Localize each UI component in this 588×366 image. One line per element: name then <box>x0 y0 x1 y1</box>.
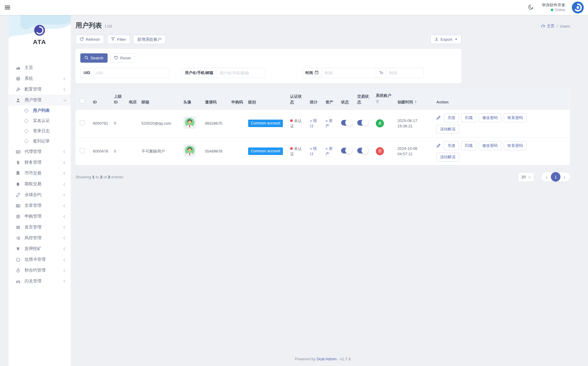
recharge-button[interactable]: 充值 <box>444 141 459 150</box>
status-toggle[interactable] <box>341 148 352 153</box>
recharge-button[interactable]: 充值 <box>444 113 459 122</box>
sidebar-item-finance[interactable]: $ 财务管理 <box>8 157 71 168</box>
breadcrumb: 主页 / Users <box>541 23 570 29</box>
chevron-left-icon <box>64 150 67 153</box>
attribution-button[interactable]: 归属 <box>461 141 476 150</box>
uid-input[interactable] <box>94 68 169 78</box>
sidebar-item-flash-exchange[interactable]: 闪兑管理 <box>8 276 71 287</box>
change-password-button[interactable]: 修改密码 <box>479 141 501 150</box>
export-button[interactable]: Export <box>430 35 462 44</box>
sidebar-item-perpetual[interactable]: 永续合约 <box>8 189 71 200</box>
cell-subscribe-code <box>229 109 246 137</box>
prev-page-button[interactable]: ‹ <box>542 174 551 180</box>
chevron-left-icon <box>64 172 67 175</box>
freeze-unfreeze-button[interactable]: 冻结解冻 <box>436 153 459 162</box>
col-header-invite-code: 邀请码 <box>203 89 229 109</box>
menu-toggle-button[interactable] <box>5 4 11 11</box>
freeze-unfreeze-button[interactable]: 冻结解冻 <box>436 125 459 134</box>
chevron-left-icon <box>64 258 67 261</box>
sidebar-item-system[interactable]: 系统 <box>8 73 71 84</box>
attribution-button[interactable]: 归属 <box>461 113 476 122</box>
assets-link[interactable]: » 资产 <box>325 146 333 156</box>
search-button[interactable]: Search <box>80 53 108 63</box>
current-page-button[interactable]: 1 <box>551 172 560 182</box>
stats-link[interactable]: » 统计 <box>310 146 317 156</box>
sidebar-item-realname-auth[interactable]: 实名认证 <box>8 116 71 126</box>
trade-status-toggle[interactable] <box>357 120 368 126</box>
cell-email: 520520@qq.com <box>139 109 181 137</box>
chevron-left-icon <box>64 161 67 164</box>
baht-icon: ฿ <box>15 182 21 186</box>
sidebar-item-user-management[interactable]: 用户管理 <box>8 95 71 106</box>
cell-subscribe-code <box>229 137 246 165</box>
col-header-phone: 电话 <box>126 89 139 109</box>
column-filter-icon[interactable] <box>376 100 393 105</box>
cell-parent-id: 0 <box>111 109 126 137</box>
sidebar-item-config[interactable]: 配置管理 <box>8 84 71 95</box>
row-checkbox[interactable] <box>80 148 85 153</box>
page-subtitle: List <box>105 23 112 28</box>
row-actions: 充值 归属 修改密码 恢复密码 冻结解冻 <box>436 141 543 162</box>
breadcrumb-home[interactable]: 主页 <box>541 23 554 29</box>
sidebar-item-articles[interactable]: 文章管理 <box>8 200 71 211</box>
stats-link[interactable]: » 统计 <box>310 118 317 128</box>
time-to-input[interactable] <box>386 68 423 78</box>
trade-status-toggle[interactable] <box>357 148 368 153</box>
table-row: 6000791 0 520520@qq.com <box>76 109 570 137</box>
add-system-account-button[interactable]: 新增系统账户 <box>133 35 166 44</box>
sidebar-item-options-trading[interactable]: ฿ 期权交易 <box>8 179 71 189</box>
sidebar-item-spot-trading[interactable]: B 币币交易 <box>8 168 71 179</box>
refresh-button[interactable]: Refresh <box>76 35 104 44</box>
col-header-level: 级别 <box>246 89 288 109</box>
dcat-admin-link[interactable]: Dcat Admin <box>316 357 336 361</box>
sort-ascending-icon[interactable]: ↑ <box>414 100 417 104</box>
time-filter-label: 时间 <box>305 70 313 76</box>
assets-link[interactable]: » 资产 <box>325 118 333 128</box>
sidebar-item-user-list[interactable]: 用户列表 <box>8 106 71 116</box>
user-filter-group: 用户名/手机/邮箱 <box>182 68 266 78</box>
chevron-left-icon <box>64 193 67 196</box>
page-size-select[interactable]: 20 <box>518 172 534 182</box>
dark-mode-toggle[interactable] <box>526 3 535 12</box>
sidebar-item-login-log[interactable]: 登录日志 <box>8 126 71 136</box>
reset-button[interactable]: Reset <box>110 53 135 63</box>
col-header-created-at[interactable]: 创建时间 ↑ <box>395 89 434 109</box>
edit-icon[interactable] <box>436 143 441 148</box>
row-checkbox[interactable] <box>80 120 85 125</box>
status-toggle[interactable] <box>341 120 352 126</box>
logo-icon <box>34 25 45 37</box>
unverified-dot <box>290 147 293 150</box>
time-from-input[interactable] <box>322 68 376 78</box>
sidebar-item-subscription[interactable]: 申购管理 <box>8 211 71 222</box>
user-info[interactable]: 华兴软件开发 Online <box>542 3 565 12</box>
edit-icon[interactable] <box>436 115 441 120</box>
cell-created-at: 2024-10-06 04:57:12 <box>395 137 434 165</box>
next-page-button[interactable]: › <box>560 174 569 180</box>
username-phone-email-input[interactable] <box>216 68 265 78</box>
sidebar-item-credit-card[interactable]: 信用卡管理 <box>8 254 71 265</box>
select-all-checkbox[interactable] <box>80 98 85 103</box>
sidebar-item-agent[interactable]: 代理管理 <box>8 146 71 157</box>
sidebar-item-staking[interactable]: ¥ 质押挖矿 <box>8 243 71 254</box>
sidebar-item-home[interactable]: 主页 <box>8 62 71 73</box>
gear-icon <box>15 76 21 81</box>
filter-button[interactable]: Filter <box>107 35 130 44</box>
sidebar-menu: 主页 系统 配置管理 用户管理 <box>8 54 71 290</box>
avatar[interactable] <box>572 1 584 13</box>
change-password-button[interactable]: 修改密码 <box>479 113 501 122</box>
col-header-avatar: 头像 <box>181 89 203 109</box>
cell-avatar <box>181 109 203 137</box>
cell-parent-id: 0 <box>111 137 126 165</box>
breadcrumb-current[interactable]: Users <box>560 24 570 28</box>
uid-filter-group: UID <box>80 68 170 78</box>
system-account-badge: 是 <box>376 119 384 127</box>
recover-password-button[interactable]: 恢复密码 <box>504 141 527 150</box>
sidebar-item-risk[interactable]: 风控管理 <box>8 233 71 243</box>
sidebar-item-homepage[interactable]: 首页管理 <box>8 222 71 233</box>
recover-password-button[interactable]: 恢复密码 <box>504 113 527 122</box>
sidebar-item-checkin-records[interactable]: 签到记录 <box>8 136 71 146</box>
link-icon <box>15 193 21 197</box>
sidebar-item-seconds-contract[interactable]: 秒合约管理 <box>8 265 71 276</box>
online-status-dot <box>551 9 553 11</box>
cell-invite-code: 86328670 <box>203 109 229 137</box>
